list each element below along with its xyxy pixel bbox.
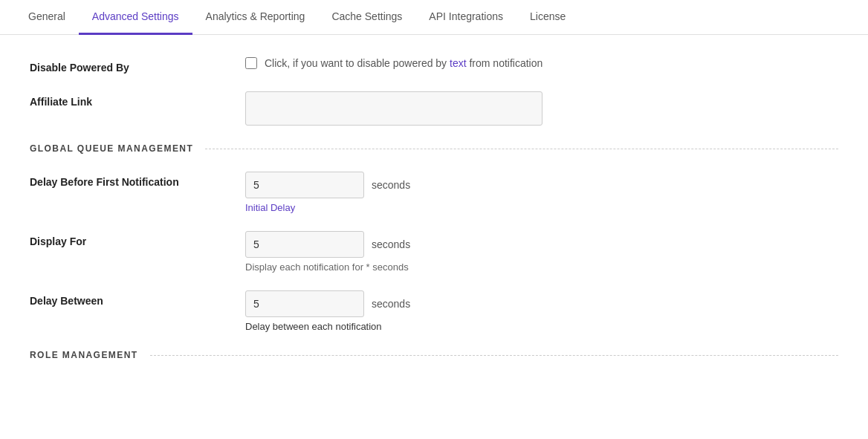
tabs-bar: General Advanced Settings Analytics & Re… bbox=[0, 0, 868, 35]
delay-before-first-label: Delay Before First Notification bbox=[30, 172, 245, 188]
tab-analytics-reporting[interactable]: Analytics & Reporting bbox=[192, 0, 319, 35]
display-for-input[interactable] bbox=[245, 231, 364, 258]
delay-before-first-unit: seconds bbox=[372, 179, 410, 191]
tab-api-integrations[interactable]: API Integrations bbox=[415, 0, 516, 35]
disable-powered-by-row: Disable Powered By Click, if you want to… bbox=[30, 57, 838, 74]
display-for-label: Display For bbox=[30, 231, 245, 247]
role-management-section-divider: ROLE MANAGEMENT bbox=[30, 350, 838, 360]
global-queue-section-title: GLOBAL QUEUE MANAGEMENT bbox=[30, 143, 193, 154]
delay-before-first-control: seconds Initial Delay bbox=[245, 172, 838, 213]
tab-general[interactable]: General bbox=[15, 0, 79, 35]
display-for-hint: Display each notification for * seconds bbox=[245, 261, 838, 273]
disable-powered-by-checkbox-label: Click, if you want to disable powered by… bbox=[265, 57, 542, 69]
delay-between-input[interactable] bbox=[245, 290, 364, 317]
delay-before-first-input-row: seconds bbox=[245, 172, 838, 198]
delay-between-row: Delay Between seconds Delay between each… bbox=[30, 290, 838, 332]
role-management-section-title: ROLE MANAGEMENT bbox=[30, 350, 138, 360]
tab-cache-settings[interactable]: Cache Settings bbox=[318, 0, 415, 35]
delay-before-first-input[interactable] bbox=[245, 172, 364, 198]
delay-before-first-hint: Initial Delay bbox=[245, 202, 838, 213]
global-queue-divider-line bbox=[205, 149, 838, 149]
global-queue-section-divider: GLOBAL QUEUE MANAGEMENT bbox=[30, 143, 838, 154]
display-for-input-row: seconds bbox=[245, 231, 838, 258]
affiliate-link-label: Affiliate Link bbox=[30, 91, 245, 108]
delay-before-first-row: Delay Before First Notification seconds … bbox=[30, 172, 838, 213]
delay-between-control: seconds Delay between each notification bbox=[245, 290, 838, 332]
disable-powered-by-label: Disable Powered By bbox=[30, 57, 245, 74]
role-management-divider-line bbox=[150, 355, 838, 356]
affiliate-link-input[interactable] bbox=[245, 91, 542, 126]
display-for-unit: seconds bbox=[372, 238, 410, 250]
display-for-row: Display For seconds Display each notific… bbox=[30, 231, 838, 273]
tab-license[interactable]: License bbox=[516, 0, 579, 35]
disable-powered-by-control: Click, if you want to disable powered by… bbox=[245, 57, 838, 69]
disable-powered-by-checkbox-row: Click, if you want to disable powered by… bbox=[245, 57, 838, 69]
affiliate-link-row: Affiliate Link bbox=[30, 91, 838, 126]
delay-between-hint: Delay between each notification bbox=[245, 321, 838, 332]
delay-between-unit: seconds bbox=[372, 298, 410, 310]
affiliate-link-control bbox=[245, 91, 838, 126]
disable-powered-by-checkbox[interactable] bbox=[245, 57, 257, 69]
content-area: Disable Powered By Click, if you want to… bbox=[0, 35, 868, 400]
display-for-control: seconds Display each notification for * … bbox=[245, 231, 838, 273]
tab-advanced-settings[interactable]: Advanced Settings bbox=[79, 0, 192, 35]
delay-between-label: Delay Between bbox=[30, 290, 245, 307]
delay-between-input-row: seconds bbox=[245, 290, 838, 317]
